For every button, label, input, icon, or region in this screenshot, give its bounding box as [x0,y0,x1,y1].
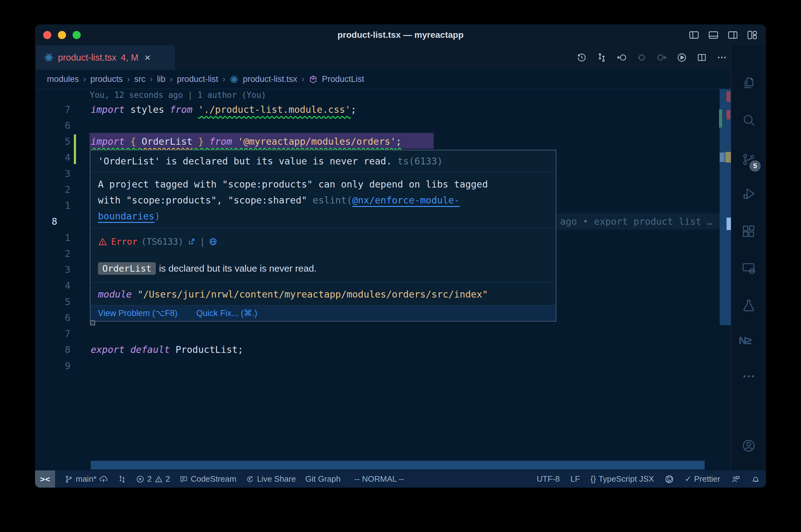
split-editor-icon[interactable] [696,52,707,63]
overview-error-mark [727,110,730,119]
vim-mode-indicator: -- NORMAL -- [354,474,404,484]
breadcrumb-item[interactable]: lib [157,74,165,84]
remote-indicator[interactable]: >< [35,471,55,488]
git-change-bar [74,134,76,164]
line-number: 1 [49,197,70,213]
error-hover-popup: 'OrderList' is declared but its value is… [90,150,556,322]
line-number: 1 [49,230,70,246]
feedback-icon[interactable] [731,474,740,484]
source-control-badge: 5 [749,160,761,172]
eslint-rule-link[interactable]: @nx/enforce-module- [352,195,460,206]
toggle-secondary-sidebar-icon[interactable] [727,30,739,41]
editor-actions [576,45,727,70]
git-graph-item[interactable]: Git Graph [305,474,341,484]
line-number: 9 [49,358,70,374]
remote-explorer-icon[interactable] [742,261,756,276]
status-bar: >< main* 2 2 [35,471,766,488]
toggle-sidebar-icon[interactable] [688,30,699,41]
explorer-icon[interactable] [742,76,756,91]
more-actions-icon[interactable] [716,52,727,63]
current-line-number: 8 [52,213,74,229]
breadcrumb-item[interactable]: products [90,74,123,84]
code-line-import-orderlist: import { OrderList } from '@myreactapp/m… [91,133,401,149]
popup-footer: View Problem (⌥F8) Quick Fix... (⌘.) [90,305,556,321]
line-number: 2 [49,246,70,262]
error-code: (TS6133) [141,236,183,247]
toggle-panel-icon[interactable] [708,30,719,41]
vscode-window: product-list.tsx — myreactapp [35,24,766,488]
breadcrumb: modules › products › src › lib › product… [35,70,731,89]
prettier-item[interactable]: ✓ Prettier [685,474,720,484]
close-tab-icon[interactable]: × [145,53,150,62]
breadcrumb-item[interactable]: src [134,74,145,84]
open-changes-icon[interactable] [596,52,607,63]
code-line-export-default: export default ProductList; [91,342,243,358]
error-count: 2 [147,474,151,484]
inline-blame: ago • export product list … [560,213,713,229]
code-line-import-styles: import styles from './product-list.modul… [91,101,357,117]
globe-icon[interactable] [209,237,217,246]
git-branch-item[interactable]: main* [65,474,108,484]
overview-change-mark [719,109,722,128]
chevron-right-icon: › [302,74,305,84]
react-icon [230,75,238,84]
more-views-icon[interactable] [742,369,756,383]
live-share-item[interactable]: Live Share [245,474,296,484]
line-number: 3 [49,262,70,278]
nav-current-icon[interactable] [636,52,647,63]
horizontal-scrollbar[interactable] [91,461,705,470]
problems-item[interactable]: 2 2 [136,474,170,484]
symbol-box-icon [309,75,317,84]
timeline-history-icon[interactable] [576,52,587,63]
quick-fix-button[interactable]: Quick Fix... (⌘.) [196,308,257,318]
popup-resize-handle[interactable] [90,320,95,325]
view-problem-button[interactable]: View Problem (⌥F8) [98,308,177,318]
notifications-bell-icon[interactable] [751,474,760,484]
overview-cursor-mark [727,217,731,230]
nx-console-icon[interactable]: N≥ [739,335,753,349]
warning-triangle-icon [98,237,107,246]
breadcrumb-item[interactable]: modules [47,74,79,84]
eslint-error-message: A project tagged with "scope:products" c… [90,172,556,228]
testing-icon[interactable] [742,299,756,313]
account-icon[interactable] [742,439,756,453]
chevron-right-icon: › [222,74,225,84]
search-icon[interactable] [742,113,756,127]
github-icon[interactable] [665,474,674,484]
extensions-icon[interactable] [742,224,756,239]
nav-forward-icon[interactable] [656,52,667,63]
overview-error-mark [727,91,730,102]
warnings-icon [154,475,163,483]
language-mode-item[interactable]: {} TypeScript JSX [590,474,654,484]
overview-info-mark [720,153,725,162]
check-icon: ✓ [685,474,691,484]
encoding-item[interactable]: UTF-8 [536,474,560,484]
line-number: 3 [49,166,70,182]
warning-count: 2 [165,474,170,484]
run-debug-icon[interactable] [742,187,756,201]
chevron-right-icon: › [150,74,153,84]
gitlens-compare-item[interactable] [117,475,126,483]
customize-layout-icon[interactable] [747,30,758,41]
codelens-blame[interactable]: You, 12 seconds ago | 1 author (You) [90,90,266,100]
codestream-item[interactable]: CodeStream [179,474,236,484]
line-number: 4 [49,149,70,165]
eol-item[interactable]: LF [570,474,580,484]
tab-product-list[interactable]: product-list.tsx 4, M × [36,45,175,70]
run-code-icon[interactable] [676,52,687,63]
eslint-rule-link[interactable]: boundaries [98,211,154,222]
breadcrumb-item[interactable]: product-list.tsx [243,74,297,84]
breadcrumb-item[interactable]: product-list [177,74,218,84]
code-editor[interactable]: You, 12 seconds ago | 1 author (You) 7 6… [35,89,731,471]
window-title: product-list.tsx — myreactapp [35,24,766,45]
nav-back-icon[interactable] [616,52,627,63]
errors-icon [136,475,145,483]
chevron-right-icon: › [127,74,130,84]
compare-icon [117,475,126,483]
line-number: 5 [49,294,70,310]
line-number: 7 [49,101,70,117]
module-path-row: module "/Users/juri/nrwl/content/myreact… [90,282,556,306]
symbol-chip: OrderList [98,262,156,275]
open-external-icon[interactable] [187,237,196,246]
breadcrumb-item[interactable]: ProductList [322,74,364,84]
